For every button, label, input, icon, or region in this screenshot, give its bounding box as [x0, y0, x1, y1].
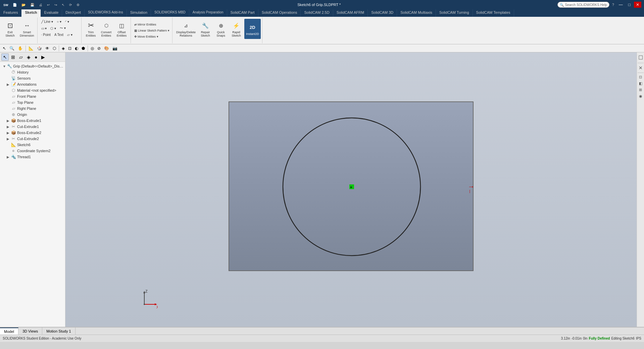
tab-solidcam-multiaxis[interactable]: SolidCAM Multiaxis — [397, 9, 436, 17]
rmt-btn6[interactable]: ◉ — [638, 93, 643, 99]
tab-features[interactable]: Features — [0, 9, 21, 17]
undo-btn[interactable]: ↩ — [46, 3, 51, 7]
filter-vertex-btn[interactable]: ● — [33, 53, 39, 61]
small-3d-btn[interactable]: 🎲 — [36, 45, 43, 51]
small-cursor-btn[interactable]: ↖ — [1, 45, 7, 51]
construction-btn[interactable]: ▱ ▾ — [65, 32, 74, 38]
tab-simulation[interactable]: Simulation — [127, 9, 151, 17]
tab-solidcam-part[interactable]: SolidCAM Part — [227, 9, 258, 17]
linear-sketch-pattern-btn[interactable]: ▦ Linear Sketch Pattern ▾ — [133, 28, 171, 33]
small-sel2-btn[interactable]: ⊡ — [67, 45, 73, 51]
tab-solidcam-templates[interactable]: SolidCAM Templates — [473, 9, 514, 17]
repair-sketch-btn[interactable]: 🔧 RepairSketch — [198, 19, 213, 39]
tab-solidcam-afrm[interactable]: SolidCAM AFRM — [333, 9, 368, 17]
tree-top-plane[interactable]: ▱ Top Plane — [0, 99, 65, 105]
quick-snaps-btn[interactable]: ⊕ QuickSnaps — [213, 19, 228, 39]
tab-dimxpert[interactable]: DimXpert — [62, 9, 85, 17]
small-section-btn[interactable]: ⊘ — [96, 45, 102, 51]
line-btn[interactable]: ╱ Line ▾ — [40, 19, 55, 25]
exit-sketch-btn[interactable]: ⊡ ExitSketch — [3, 19, 17, 39]
save-btn[interactable]: 💾 — [29, 3, 36, 7]
tab-solidcam-ops[interactable]: SolidCAM Operations — [258, 9, 301, 17]
small-view-btn[interactable]: 👁 — [44, 45, 51, 51]
expand-btn[interactable]: ▶ — [40, 53, 47, 61]
tab-analysis[interactable]: Analysis Preparation — [189, 9, 227, 17]
spline-btn[interactable]: 〜 ▾ — [58, 25, 67, 32]
tree-sketch6[interactable]: 📐 Sketch6 — [0, 142, 65, 148]
rebuild-btn[interactable]: ⟳ — [68, 3, 73, 7]
tab-addins[interactable]: SOLIDWORKS Add-Ins — [85, 9, 127, 17]
open-btn[interactable]: 📂 — [20, 3, 27, 7]
offset-entities-btn[interactable]: ◫ OffsetEntities — [114, 19, 129, 39]
rmt-btn4[interactable]: ◧ — [638, 81, 643, 86]
tree-boss-extrude1[interactable]: ▶ 📦 Boss-Extrude1 — [0, 118, 65, 124]
circle-btn[interactable]: ○ ▾ — [55, 19, 63, 25]
small-hide-btn[interactable]: ◎ — [89, 45, 95, 51]
rmt-btn3[interactable]: ⊡ — [638, 74, 643, 80]
options-btn[interactable]: ⚙ — [75, 3, 81, 7]
sketch-canvas[interactable]: ⊕ → | — [229, 101, 474, 271]
tab-mbd[interactable]: SOLIDWORKS MBD — [151, 9, 189, 17]
tree-sensors[interactable]: 📡 Sensors — [0, 75, 65, 81]
mirror-entities-btn[interactable]: ⇌ Mirror Entities — [133, 22, 158, 27]
filter-face-btn[interactable]: ▱ — [17, 53, 24, 61]
small-color-btn[interactable]: 🎨 — [103, 45, 110, 51]
small-pan-btn[interactable]: ✋ — [16, 45, 24, 51]
point-btn[interactable]: · Point — [40, 32, 52, 38]
filter-edge-btn[interactable]: ◈ — [25, 53, 32, 61]
viewport[interactable]: ⊕ → | Z X — [65, 52, 637, 327]
close-btn[interactable]: ✕ — [634, 2, 641, 8]
text-btn[interactable]: A Text — [53, 32, 65, 38]
new-file-btn[interactable]: 📄 — [11, 3, 18, 7]
convert-entities-btn[interactable]: ⬡ ConvertEntities — [99, 19, 114, 39]
small-display-btn[interactable]: ⬡ — [51, 45, 57, 51]
minimize-btn[interactable]: — — [617, 2, 625, 8]
cursor-tool-btn[interactable]: ↖ — [1, 53, 9, 61]
rectangle-btn[interactable]: ▭ ▾ — [40, 25, 49, 32]
tree-material[interactable]: ⬡ Material <not specified> — [0, 87, 65, 93]
smart-dimension-btn[interactable]: ↔ SmartDimension — [18, 19, 36, 39]
redo-btn[interactable]: ↪ — [53, 3, 58, 7]
display-delete-relations-btn[interactable]: ⊿ Display/DeleteRelations — [175, 19, 197, 39]
maximize-btn[interactable]: □ — [626, 2, 633, 8]
zoom-tool-btn[interactable]: ⊞ — [9, 53, 17, 61]
tree-right-plane[interactable]: ▱ Right Plane — [0, 105, 65, 112]
small-sketch-btn[interactable]: 📐 — [27, 45, 35, 51]
help-search-box[interactable]: 🔍 Search SOLIDWORKS Help — [557, 2, 610, 8]
tree-thread1[interactable]: ▶ 🔩 Thread1 — [0, 154, 65, 160]
tree-history[interactable]: ⏱ History — [0, 69, 65, 75]
small-zoom-btn[interactable]: 🔍 — [8, 45, 16, 51]
trim-entities-btn[interactable]: ✂ TrimEntities — [84, 19, 98, 39]
tree-coord-system2[interactable]: ⊕ Coordinate System2 — [0, 148, 65, 154]
small-photo-btn[interactable]: 📷 — [111, 45, 119, 51]
small-sel4-btn[interactable]: ⬟ — [80, 45, 86, 51]
polygon-btn[interactable]: ⬡ ▾ — [49, 25, 58, 32]
tree-cut-extrude1[interactable]: ▶ ✂ Cut-Extrude1 — [0, 124, 65, 130]
tree-root[interactable]: ▼ 🔧 Grip (Default<<Default>_Display Sta — [0, 63, 65, 69]
tree-origin[interactable]: ⊕ Origin — [0, 112, 65, 118]
help-btn[interactable]: ? — [611, 3, 615, 7]
tab-solidcam-3d[interactable]: SolidCAM 3D — [368, 9, 397, 17]
tree-boss-extrude2[interactable]: ▶ 📦 Boss-Extrude2 — [0, 130, 65, 136]
rmt-btn1[interactable]: ☐ — [638, 54, 644, 61]
rmt-btn5[interactable]: ⊞ — [638, 87, 643, 93]
instant2d-btn[interactable]: 2D Instant2D — [244, 19, 261, 39]
rmt-btn2[interactable]: ✕ — [638, 64, 643, 71]
small-sel1-btn[interactable]: ◈ — [60, 45, 66, 51]
tab-sketch[interactable]: Sketch — [21, 9, 41, 17]
tree-front-plane[interactable]: ▱ Front Plane — [0, 93, 65, 99]
tab-solidcam-turning[interactable]: SolidCAM Turning — [436, 9, 473, 17]
tab-evaluate[interactable]: Evaluate — [41, 9, 62, 17]
tree-annotations[interactable]: ▶ 📝 Annotations — [0, 81, 65, 87]
rapid-sketch-btn[interactable]: ⚡ RapidSketch — [229, 19, 244, 39]
tab-motion-study[interactable]: Motion Study 1 — [42, 328, 75, 335]
small-sel3-btn[interactable]: ◐ — [73, 45, 80, 51]
select-btn[interactable]: ↖ — [60, 3, 66, 7]
tab-model[interactable]: Model — [0, 328, 18, 335]
move-entities-btn[interactable]: ✥ Move Entities ▾ — [133, 34, 160, 39]
tab-3d-views[interactable]: 3D Views — [18, 328, 42, 335]
arc-btn[interactable]: ◜ ▾ — [63, 19, 71, 25]
tree-cut-extrude2[interactable]: ▶ ✂ Cut-Extrude2 — [0, 136, 65, 142]
print-btn[interactable]: 🖨 — [38, 3, 44, 7]
tab-solidcam-25d[interactable]: SolidCAM 2.5D — [301, 9, 333, 17]
